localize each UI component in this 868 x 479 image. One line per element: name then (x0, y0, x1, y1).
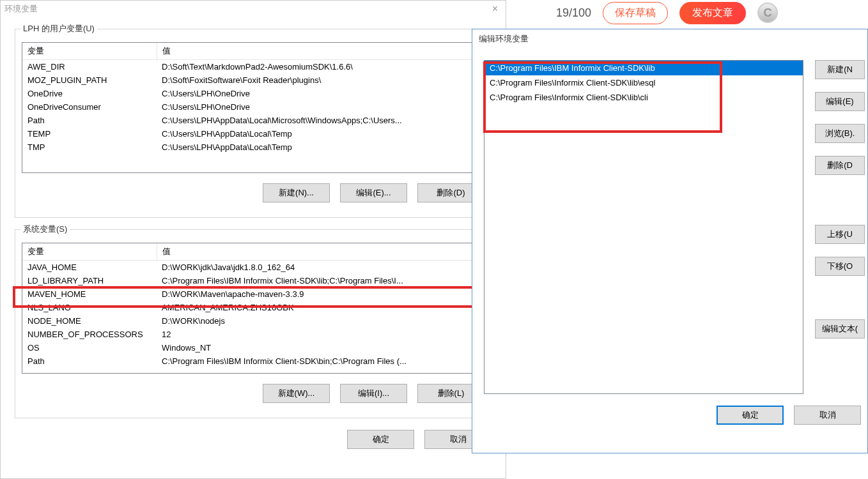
table-row[interactable]: TMPC:\Users\LPH\AppData\Local\Temp (22, 141, 484, 154)
var-name: Path (22, 114, 157, 127)
edit-title: 编辑环境变量 (472, 29, 867, 49)
char-count: 19/100 (556, 6, 591, 20)
table-row[interactable]: PathC:\Users\LPH\AppData\Local\Microsoft… (22, 114, 484, 127)
site-logo-icon: C (757, 3, 778, 23)
env-title: 环境变量 (4, 3, 38, 15)
user-vars-legend: LPH 的用户变量(U) (20, 23, 97, 34)
var-name: OneDrive (22, 87, 157, 100)
var-name: MAVEN_HOME (22, 287, 157, 301)
table-row[interactable]: AWE_DIRD:\Soft\Text\MarkdownPad2-Awesomi… (22, 60, 484, 74)
table-row[interactable]: OneDriveConsumerC:\Users\LPH\OneDrive (22, 100, 484, 114)
sys-edit-button[interactable]: 编辑(I)... (340, 384, 407, 403)
col-var[interactable]: 变量 (22, 43, 157, 60)
var-value: D:\Soft\Text\MarkdownPad2-AwesomiumSDK\1… (157, 60, 484, 74)
env-ok-button[interactable]: 确定 (347, 430, 414, 449)
var-name: LD_LIBRARY_PATH (22, 274, 157, 287)
table-row[interactable]: MOZ_PLUGIN_PATHD:\Soft\FoxitSoftware\Fox… (22, 73, 484, 87)
table-row[interactable]: NUMBER_OF_PROCESSORS12 (22, 328, 484, 341)
var-name: JAVA_HOME (22, 261, 157, 275)
table-row[interactable]: OSWindows_NT (22, 341, 484, 354)
var-name: TEMP (22, 127, 157, 141)
edit-env-window: 编辑环境变量 C:\Program Files\IBM Informix Cli… (472, 29, 868, 453)
table-row[interactable]: TEMPC:\Users\LPH\AppData\Local\Temp (22, 127, 484, 141)
table-row[interactable]: NODE_HOMED:\WORK\nodejs (22, 314, 484, 328)
var-value: C:\Users\LPH\AppData\Local\Microsoft\Win… (157, 114, 484, 127)
var-name: NODE_HOME (22, 314, 157, 328)
var-value: C:\Program Files\IBM Informix Client-SDK… (157, 274, 484, 287)
env-vars-window: 环境变量 × LPH 的用户变量(U) 变量 值 AWE_DIRD:\Soft\… (0, 0, 506, 479)
sys-vars-table-wrap[interactable]: 变量 值 JAVA_HOMED:\WORK\jdk\Java\jdk1.8.0_… (22, 243, 484, 374)
edit-down-button[interactable]: 下移(O (815, 257, 865, 276)
var-name: TMP (22, 141, 157, 154)
sys-vars-table: 变量 值 JAVA_HOMED:\WORK\jdk\Java\jdk1.8.0_… (22, 243, 484, 368)
table-row[interactable]: OneDriveC:\Users\LPH\OneDrive (22, 87, 484, 100)
sys-vars-group: 系统变量(S) 变量 值 JAVA_HOMED:\WORK\jdk\Java\j… (15, 229, 492, 418)
publish-button[interactable]: 发布文章 (679, 2, 746, 24)
table-row[interactable]: JAVA_HOMED:\WORK\jdk\Java\jdk1.8.0_162_6… (22, 261, 484, 275)
user-new-button[interactable]: 新建(N)... (263, 183, 330, 202)
edit-cancel-button[interactable]: 取消 (794, 406, 861, 425)
value-list[interactable]: C:\Program Files\IBM Informix Client-SDK… (484, 60, 803, 394)
webpage-toolbar: 19/100 保存草稿 发布文章 C (511, 0, 868, 26)
table-row[interactable]: NLS_LANGAMERICAN_AMERICA.ZHS16GBK (22, 301, 484, 314)
close-icon[interactable]: × (488, 3, 502, 15)
list-item[interactable]: C:\Program Files\Informix Client-SDK\lib… (484, 90, 803, 105)
var-name: Path (22, 354, 157, 368)
var-name: OS (22, 341, 157, 354)
edit-new-button[interactable]: 新建(N (815, 60, 865, 79)
var-value: D:\WORK\jdk\Java\jdk1.8.0_162_64 (157, 261, 484, 275)
var-value: C:\Users\LPH\OneDrive (157, 100, 484, 114)
var-value: C:\Program Files\IBM Informix Client-SDK… (157, 354, 484, 368)
table-row[interactable]: PathC:\Program Files\IBM Informix Client… (22, 354, 484, 368)
var-name: NLS_LANG (22, 301, 157, 314)
var-name: MOZ_PLUGIN_PATH (22, 73, 157, 87)
var-value: D:\WORK\nodejs (157, 314, 484, 328)
edit-text-button[interactable]: 编辑文本( (815, 319, 865, 338)
edit-ok-button[interactable]: 确定 (717, 406, 784, 425)
edit-up-button[interactable]: 上移(U (815, 225, 865, 244)
sys-new-button[interactable]: 新建(W)... (263, 384, 330, 403)
col-val[interactable]: 值 (157, 43, 484, 60)
var-value: C:\Users\LPH\AppData\Local\Temp (157, 127, 484, 141)
var-value: C:\Users\LPH\AppData\Local\Temp (157, 141, 484, 154)
var-name: NUMBER_OF_PROCESSORS (22, 328, 157, 341)
user-edit-button[interactable]: 编辑(E)... (340, 183, 407, 202)
col-var[interactable]: 变量 (22, 243, 157, 261)
edit-browse-button[interactable]: 浏览(B). (815, 124, 865, 143)
var-value: AMERICAN_AMERICA.ZHS16GBK (157, 301, 484, 314)
table-row[interactable]: MAVEN_HOMED:\WORK\Maven\apache-maven-3.3… (22, 287, 484, 301)
table-row[interactable]: LD_LIBRARY_PATHC:\Program Files\IBM Info… (22, 274, 484, 287)
var-name: AWE_DIR (22, 60, 157, 74)
var-value: 12 (157, 328, 484, 341)
col-val[interactable]: 值 (157, 243, 484, 261)
sys-vars-legend: 系统变量(S) (20, 224, 70, 235)
var-value: D:\WORK\Maven\apache-maven-3.3.9 (157, 287, 484, 301)
env-titlebar: 环境变量 × (1, 1, 506, 17)
var-value: Windows_NT (157, 341, 484, 354)
var-value: C:\Users\LPH\OneDrive (157, 87, 484, 100)
list-item[interactable]: C:\Program Files\IBM Informix Client-SDK… (484, 61, 803, 75)
var-name: OneDriveConsumer (22, 100, 157, 114)
user-vars-table: 变量 值 AWE_DIRD:\Soft\Text\MarkdownPad2-Aw… (22, 43, 484, 154)
edit-edit-button[interactable]: 编辑(E) (815, 92, 865, 111)
user-vars-group: LPH 的用户变量(U) 变量 值 AWE_DIRD:\Soft\Text\Ma… (15, 29, 492, 218)
list-item[interactable]: C:\Program Files\Informix Client-SDK\lib… (484, 75, 803, 90)
save-draft-button[interactable]: 保存草稿 (603, 2, 668, 24)
user-vars-table-wrap[interactable]: 变量 值 AWE_DIRD:\Soft\Text\MarkdownPad2-Aw… (22, 42, 484, 173)
var-value: D:\Soft\FoxitSoftware\Foxit Reader\plugi… (157, 73, 484, 87)
edit-delete-button[interactable]: 删除(D (815, 156, 865, 175)
